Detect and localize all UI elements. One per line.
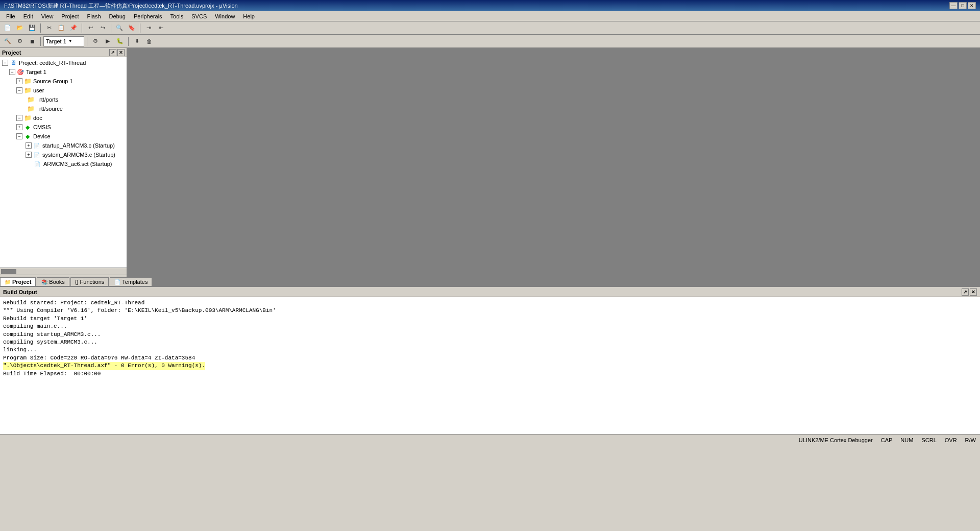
tab-project-label: Project xyxy=(12,279,31,285)
expander-user[interactable]: − xyxy=(16,87,22,93)
indent-button[interactable]: ⇥ xyxy=(143,23,154,33)
editor-area[interactable] xyxy=(128,48,980,286)
tree-item-rtt-source[interactable]: 📁 rtt/source xyxy=(0,104,127,113)
panel-close-button[interactable]: ✕ xyxy=(117,49,125,56)
menu-peripherals[interactable]: Peripherals xyxy=(130,12,166,20)
debug-button[interactable]: 🐛 xyxy=(114,36,126,46)
build-output-title: Build Output xyxy=(3,289,37,295)
tree-label-startup: startup_ARMCM3.c (Startup) xyxy=(42,142,115,149)
rebuild-button[interactable]: ⚙ xyxy=(14,36,26,46)
menu-view[interactable]: View xyxy=(37,12,58,20)
expander-source-group1[interactable]: + xyxy=(16,78,22,84)
tree-label-project-root: Project: cedtek_RT-Thread xyxy=(19,60,86,66)
expander-project-root[interactable]: − xyxy=(2,60,8,66)
tree-item-startup[interactable]: + 📄 startup_ARMCM3.c (Startup) xyxy=(0,141,127,150)
expander-system[interactable]: + xyxy=(26,152,32,158)
tree-label-user: user xyxy=(33,87,44,93)
expander-target1[interactable]: − xyxy=(9,69,15,75)
erase-button[interactable]: 🗑 xyxy=(143,36,155,46)
menu-help[interactable]: Help xyxy=(239,12,259,20)
close-button[interactable]: ✕ xyxy=(968,2,976,9)
menu-file[interactable]: File xyxy=(2,12,19,20)
tab-project[interactable]: 📁 Project xyxy=(0,277,36,286)
tree-item-rtt-ports[interactable]: 📁 rtt/ports xyxy=(0,95,127,104)
project-panel-header: Project ↗ ✕ xyxy=(0,48,127,57)
save-button[interactable]: 💾 xyxy=(27,23,38,33)
expander-doc[interactable]: − xyxy=(16,115,22,121)
target-selector[interactable]: Target 1 ▼ xyxy=(43,36,84,46)
tree-label-system: system_ARMCM3.c (Startup) xyxy=(42,152,115,158)
tab-functions-icon: {} xyxy=(75,279,79,285)
build-output-float-button[interactable]: ↗ xyxy=(962,288,969,296)
tree-item-doc[interactable]: − 📁 doc xyxy=(0,113,127,123)
maximize-button[interactable]: □ xyxy=(959,2,967,9)
tree-item-target1[interactable]: − 🎯 Target 1 xyxy=(0,67,127,77)
project-hscroll[interactable] xyxy=(0,268,127,275)
build-line: compiling system_ARMCM3.c... xyxy=(3,339,977,346)
tab-templates-label: Templates xyxy=(122,279,148,285)
tree-item-cmsis[interactable]: + ◆ CMSIS xyxy=(0,123,127,132)
hscroll-thumb[interactable] xyxy=(1,269,16,274)
redo-button[interactable]: ↪ xyxy=(97,23,108,33)
tree-label-rtt-source: rtt/source xyxy=(39,106,63,112)
toolbar-row-2: 🔨 ⚙ ⏹ Target 1 ▼ ⚙ ▶ 🐛 ⬇ 🗑 xyxy=(0,35,980,48)
doc-folder-icon: 📁 xyxy=(23,114,32,122)
menu-bar: File Edit View Project Flash Debug Perip… xyxy=(0,11,980,21)
minimize-button[interactable]: — xyxy=(949,2,958,9)
tab-templates[interactable]: 📄 Templates xyxy=(110,277,152,286)
open-file-button[interactable]: 📂 xyxy=(14,23,26,33)
build-output-close-button[interactable]: ✕ xyxy=(970,288,977,296)
sct-file-icon: 📄 xyxy=(33,160,42,168)
cut-button[interactable]: ✂ xyxy=(43,23,55,33)
menu-svcs[interactable]: SVCS xyxy=(187,12,211,20)
tab-books[interactable]: 📚 Books xyxy=(37,277,69,286)
build-line: Rebuild started: Project: cedtek_RT-Thre… xyxy=(3,299,977,307)
status-num: NUM xyxy=(900,437,913,443)
stop-build-button[interactable]: ⏹ xyxy=(27,36,38,46)
panel-float-button[interactable]: ↗ xyxy=(109,49,116,56)
menu-edit[interactable]: Edit xyxy=(19,12,37,20)
build-output-panel: Build Output ↗ ✕ Rebuild started: Projec… xyxy=(0,286,980,434)
tree-item-device[interactable]: − ◆ Device xyxy=(0,132,127,141)
options-button[interactable]: ⚙ xyxy=(90,36,101,46)
menu-tools[interactable]: Tools xyxy=(166,12,188,20)
new-file-button[interactable]: 📄 xyxy=(2,23,13,33)
tab-project-icon: 📁 xyxy=(5,279,11,285)
run-button[interactable]: ▶ xyxy=(102,36,113,46)
tree-item-project-root[interactable]: − 🖥 Project: cedtek_RT-Thread xyxy=(0,58,127,67)
build-button[interactable]: 🔨 xyxy=(2,36,13,46)
title-text: F:\STM32\RTOS\新建 RT-Thread 工程—软件仿真\Proje… xyxy=(4,2,238,10)
tree-label-source-group1: Source Group 1 xyxy=(33,78,73,84)
copy-button[interactable]: 📋 xyxy=(56,23,67,33)
build-line: compiling startup_ARMCM3.c... xyxy=(3,331,977,339)
tab-functions[interactable]: {} Functions xyxy=(70,277,109,286)
tree-item-system[interactable]: + 📄 system_ARMCM3.c (Startup) xyxy=(0,150,127,159)
outdent-button[interactable]: ⇤ xyxy=(155,23,166,33)
tree-item-sct[interactable]: 📄 ARMCM3_ac6.sct (Startup) xyxy=(0,159,127,168)
expander-device[interactable]: − xyxy=(16,133,22,139)
find-button[interactable]: 🔍 xyxy=(114,23,125,33)
expander-startup[interactable]: + xyxy=(26,142,32,149)
bookmark-button[interactable]: 🔖 xyxy=(126,23,137,33)
menu-debug[interactable]: Debug xyxy=(105,12,130,20)
tree-item-user[interactable]: − 📁 user xyxy=(0,86,127,95)
paste-button[interactable]: 📌 xyxy=(68,23,79,33)
tree-item-source-group1[interactable]: + 📁 Source Group 1 xyxy=(0,77,127,86)
expander-cmsis[interactable]: + xyxy=(16,124,22,130)
menu-project[interactable]: Project xyxy=(57,12,83,20)
download-button[interactable]: ⬇ xyxy=(131,36,142,46)
status-right: ULINK2/ME Cortex Debugger CAP NUM SCRL O… xyxy=(799,437,976,443)
build-line: ".\Objects\cedtek_RT-Thread.axf" - 0 Err… xyxy=(3,362,977,370)
menu-flash[interactable]: Flash xyxy=(83,12,105,20)
undo-button[interactable]: ↩ xyxy=(85,23,96,33)
tree-label-cmsis: CMSIS xyxy=(33,124,51,130)
tab-functions-label: Functions xyxy=(80,279,105,285)
tree-label-target1: Target 1 xyxy=(26,69,46,75)
build-output-header: Build Output ↗ ✕ xyxy=(0,287,980,297)
menu-window[interactable]: Window xyxy=(211,12,239,20)
cmsis-diamond-icon: ◆ xyxy=(23,123,32,131)
toolbar-separator-1 xyxy=(40,23,41,33)
status-ovr: OVR xyxy=(945,437,957,443)
status-debugger: ULINK2/ME Cortex Debugger xyxy=(799,437,873,443)
build-line: *** Using Compiler 'V6.16', folder: 'E:\… xyxy=(3,307,977,315)
